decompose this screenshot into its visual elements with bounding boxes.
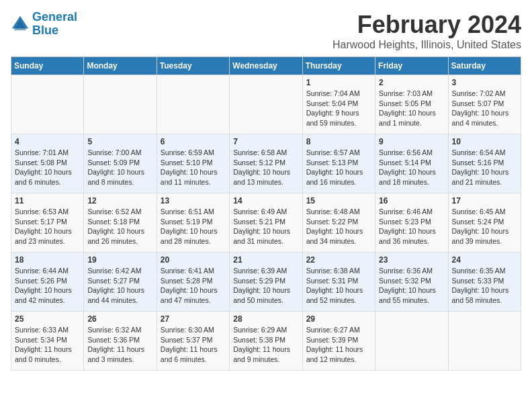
day-number: 3 xyxy=(452,78,517,87)
day-number: 18 xyxy=(15,255,80,265)
day-number: 2 xyxy=(379,78,444,87)
day-info: Sunrise: 6:49 AM Sunset: 5:21 PM Dayligh… xyxy=(233,207,298,246)
day-number: 4 xyxy=(15,137,80,146)
day-info: Sunrise: 6:32 AM Sunset: 5:36 PM Dayligh… xyxy=(87,325,152,365)
logo-icon xyxy=(11,15,30,34)
day-number: 24 xyxy=(452,255,517,265)
calendar-cell xyxy=(230,75,302,134)
calendar-cell: 20Sunrise: 6:41 AM Sunset: 5:28 PM Dayli… xyxy=(157,253,229,312)
calendar-cell: 29Sunrise: 6:27 AM Sunset: 5:39 PM Dayli… xyxy=(302,312,375,371)
day-info: Sunrise: 7:01 AM Sunset: 5:08 PM Dayligh… xyxy=(15,148,80,187)
calendar-cell: 13Sunrise: 6:51 AM Sunset: 5:19 PM Dayli… xyxy=(157,193,229,253)
calendar-cell xyxy=(157,75,229,134)
day-number: 29 xyxy=(306,314,371,324)
day-info: Sunrise: 6:51 AM Sunset: 5:19 PM Dayligh… xyxy=(161,207,226,246)
day-number: 11 xyxy=(15,196,80,205)
day-number: 15 xyxy=(306,196,371,205)
day-info: Sunrise: 6:35 AM Sunset: 5:33 PM Dayligh… xyxy=(452,266,517,306)
day-number: 19 xyxy=(87,255,152,265)
day-number: 9 xyxy=(379,137,444,146)
day-number: 14 xyxy=(233,196,298,205)
day-number: 26 xyxy=(87,314,152,324)
day-info: Sunrise: 6:57 AM Sunset: 5:13 PM Dayligh… xyxy=(306,148,371,187)
calendar-cell: 14Sunrise: 6:49 AM Sunset: 5:21 PM Dayli… xyxy=(230,193,302,253)
calendar-cell: 19Sunrise: 6:42 AM Sunset: 5:27 PM Dayli… xyxy=(84,253,157,312)
calendar-cell: 12Sunrise: 6:52 AM Sunset: 5:18 PM Dayli… xyxy=(84,193,157,253)
day-info: Sunrise: 6:41 AM Sunset: 5:28 PM Dayligh… xyxy=(161,266,226,306)
header: General Blue February 2024 Harwood Heigh… xyxy=(11,11,521,51)
day-number: 21 xyxy=(233,255,298,265)
week-row-5: 25Sunrise: 6:33 AM Sunset: 5:34 PM Dayli… xyxy=(11,312,521,371)
column-header-wednesday: Wednesday xyxy=(230,57,302,75)
day-number: 13 xyxy=(161,196,226,205)
calendar-cell: 18Sunrise: 6:44 AM Sunset: 5:26 PM Dayli… xyxy=(11,253,84,312)
day-number: 20 xyxy=(161,255,226,265)
week-row-2: 4Sunrise: 7:01 AM Sunset: 5:08 PM Daylig… xyxy=(11,134,521,193)
day-number: 7 xyxy=(233,137,298,146)
calendar-cell: 2Sunrise: 7:03 AM Sunset: 5:05 PM Daylig… xyxy=(375,75,448,134)
day-info: Sunrise: 6:30 AM Sunset: 5:37 PM Dayligh… xyxy=(161,325,226,365)
calendar-cell: 16Sunrise: 6:46 AM Sunset: 5:23 PM Dayli… xyxy=(375,193,448,253)
calendar-cell: 23Sunrise: 6:36 AM Sunset: 5:32 PM Dayli… xyxy=(375,253,448,312)
column-header-monday: Monday xyxy=(84,57,157,75)
calendar-cell: 5Sunrise: 7:00 AM Sunset: 5:09 PM Daylig… xyxy=(84,134,157,193)
calendar-cell: 15Sunrise: 6:48 AM Sunset: 5:22 PM Dayli… xyxy=(302,193,375,253)
day-number: 12 xyxy=(87,196,152,205)
day-info: Sunrise: 6:45 AM Sunset: 5:24 PM Dayligh… xyxy=(452,207,517,246)
calendar-cell: 4Sunrise: 7:01 AM Sunset: 5:08 PM Daylig… xyxy=(11,134,84,193)
day-info: Sunrise: 7:04 AM Sunset: 5:04 PM Dayligh… xyxy=(306,89,371,128)
calendar-cell: 27Sunrise: 6:30 AM Sunset: 5:37 PM Dayli… xyxy=(157,312,229,371)
logo-line1: General xyxy=(32,10,77,24)
logo: General Blue xyxy=(11,11,77,38)
day-info: Sunrise: 7:03 AM Sunset: 5:05 PM Dayligh… xyxy=(379,89,444,128)
day-info: Sunrise: 6:27 AM Sunset: 5:39 PM Dayligh… xyxy=(306,325,371,365)
column-header-saturday: Saturday xyxy=(448,57,521,75)
day-info: Sunrise: 6:48 AM Sunset: 5:22 PM Dayligh… xyxy=(306,207,371,246)
week-row-3: 11Sunrise: 6:53 AM Sunset: 5:17 PM Dayli… xyxy=(11,193,521,253)
day-number: 28 xyxy=(233,314,298,324)
day-info: Sunrise: 6:54 AM Sunset: 5:16 PM Dayligh… xyxy=(452,148,517,187)
day-number: 16 xyxy=(379,196,444,205)
calendar-cell: 11Sunrise: 6:53 AM Sunset: 5:17 PM Dayli… xyxy=(11,193,84,253)
title-area: February 2024 Harwood Heights, Illinois,… xyxy=(332,11,521,51)
calendar-cell: 8Sunrise: 6:57 AM Sunset: 5:13 PM Daylig… xyxy=(302,134,375,193)
day-info: Sunrise: 6:59 AM Sunset: 5:10 PM Dayligh… xyxy=(161,148,226,187)
calendar-cell: 1Sunrise: 7:04 AM Sunset: 5:04 PM Daylig… xyxy=(302,75,375,134)
calendar-cell xyxy=(11,75,84,134)
day-info: Sunrise: 6:58 AM Sunset: 5:12 PM Dayligh… xyxy=(233,148,298,187)
day-number: 27 xyxy=(161,314,226,324)
column-header-friday: Friday xyxy=(375,57,448,75)
calendar-cell: 21Sunrise: 6:39 AM Sunset: 5:29 PM Dayli… xyxy=(230,253,302,312)
day-number: 6 xyxy=(161,137,226,146)
column-header-sunday: Sunday xyxy=(11,57,84,75)
calendar-cell: 26Sunrise: 6:32 AM Sunset: 5:36 PM Dayli… xyxy=(84,312,157,371)
day-info: Sunrise: 6:42 AM Sunset: 5:27 PM Dayligh… xyxy=(87,266,152,306)
calendar-cell xyxy=(84,75,157,134)
calendar-cell: 3Sunrise: 7:02 AM Sunset: 5:07 PM Daylig… xyxy=(448,75,521,134)
day-info: Sunrise: 7:00 AM Sunset: 5:09 PM Dayligh… xyxy=(87,148,152,187)
logo-line2: Blue xyxy=(32,24,58,37)
day-info: Sunrise: 7:02 AM Sunset: 5:07 PM Dayligh… xyxy=(452,89,517,128)
header-row: SundayMondayTuesdayWednesdayThursdayFrid… xyxy=(11,57,521,75)
day-info: Sunrise: 6:53 AM Sunset: 5:17 PM Dayligh… xyxy=(15,207,80,246)
day-info: Sunrise: 6:52 AM Sunset: 5:18 PM Dayligh… xyxy=(87,207,152,246)
day-info: Sunrise: 6:36 AM Sunset: 5:32 PM Dayligh… xyxy=(379,266,444,306)
calendar-cell: 22Sunrise: 6:38 AM Sunset: 5:31 PM Dayli… xyxy=(302,253,375,312)
calendar-cell: 6Sunrise: 6:59 AM Sunset: 5:10 PM Daylig… xyxy=(157,134,229,193)
column-header-tuesday: Tuesday xyxy=(157,57,229,75)
day-number: 10 xyxy=(452,137,517,146)
day-number: 23 xyxy=(379,255,444,265)
day-number: 22 xyxy=(306,255,371,265)
main-title: February 2024 xyxy=(332,11,521,39)
day-number: 25 xyxy=(15,314,80,324)
subtitle: Harwood Heights, Illinois, United States xyxy=(332,39,521,51)
calendar-cell xyxy=(375,312,448,371)
day-number: 8 xyxy=(306,137,371,146)
week-row-4: 18Sunrise: 6:44 AM Sunset: 5:26 PM Dayli… xyxy=(11,253,521,312)
day-number: 17 xyxy=(452,196,517,205)
day-info: Sunrise: 6:46 AM Sunset: 5:23 PM Dayligh… xyxy=(379,207,444,246)
calendar-table: SundayMondayTuesdayWednesdayThursdayFrid… xyxy=(11,56,521,371)
day-number: 5 xyxy=(87,137,152,146)
day-info: Sunrise: 6:39 AM Sunset: 5:29 PM Dayligh… xyxy=(233,266,298,306)
calendar-cell: 7Sunrise: 6:58 AM Sunset: 5:12 PM Daylig… xyxy=(230,134,302,193)
